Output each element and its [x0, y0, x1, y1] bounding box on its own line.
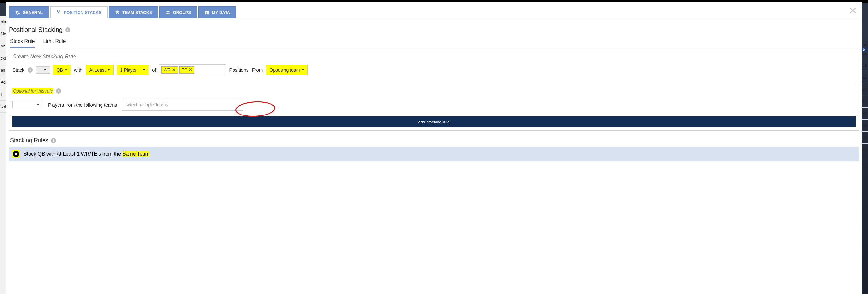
count-dd-value: 1 Player: [120, 67, 136, 72]
info-icon[interactable]: i: [65, 27, 70, 32]
of-label: of: [152, 67, 156, 72]
chevron-down-icon: [37, 104, 39, 106]
token-label: WR: [163, 67, 170, 72]
tab-team-stacks[interactable]: TEAM STACKS: [109, 6, 158, 19]
info-icon[interactable]: i: [51, 138, 56, 143]
create-rule-box: Create New Stacking Rule Stack i QB with…: [9, 49, 859, 131]
tab-position-stacks[interactable]: POSITION STACKS: [50, 6, 107, 19]
existing-rule-item: Stack QB with At Least 1 WR/TE's from th…: [9, 147, 859, 161]
chevron-down-icon: [107, 69, 110, 71]
teams-multiselect[interactable]: select multiple Teams: [122, 99, 243, 111]
count-dropdown[interactable]: 1 Player: [117, 65, 149, 75]
rules-title-text: Stacking Rules: [10, 137, 49, 144]
svg-rect-1: [59, 10, 60, 12]
svg-rect-0: [57, 10, 58, 12]
teams-mode-dropdown[interactable]: [12, 101, 43, 108]
gear-icon: [15, 10, 20, 15]
panel: Positional Stacking i Stack Rule Limit R…: [6, 19, 862, 162]
chevron-down-icon: [143, 69, 146, 71]
chevron-down-icon: [302, 69, 304, 71]
x-circle-icon: [14, 152, 18, 156]
rules-list-title: Stacking Rules i: [8, 131, 860, 147]
qb-dropdown[interactable]: QB: [53, 65, 71, 75]
info-icon[interactable]: i: [28, 67, 33, 72]
subtab-bar: Stack Rule Limit Rule: [8, 35, 860, 48]
teams-label: Players from the following teams: [48, 102, 117, 107]
rule-text-prefix: Stack QB with At Least 1 WR/TE's from th…: [24, 151, 123, 157]
tab-my-data[interactable]: MY DATA: [198, 6, 236, 19]
svg-rect-2: [58, 12, 59, 13]
optional-label: Optional for this rule: [12, 88, 54, 94]
tab-label: MY DATA: [212, 10, 230, 15]
section-title-text: Positional Stacking: [9, 26, 63, 33]
token-remove-icon[interactable]: ✕: [172, 67, 176, 72]
rule-text-highlight: Same Team: [123, 151, 150, 157]
tab-general[interactable]: GENERAL: [9, 6, 49, 19]
position-token-wr: WR✕: [161, 66, 178, 73]
tab-bar: GENERAL POSITION STACKS TEAM STACKS GROU…: [6, 2, 862, 19]
divider: [12, 83, 856, 84]
add-stacking-rule-button[interactable]: add stacking rule: [12, 117, 856, 127]
stack-primary-dropdown[interactable]: [36, 66, 50, 73]
modal: GENERAL POSITION STACKS TEAM STACKS GROU…: [6, 2, 862, 294]
position-token-te: TE✕: [180, 66, 194, 73]
close-button[interactable]: [848, 6, 857, 15]
team-scope-dropdown[interactable]: Opposing team: [266, 65, 308, 75]
section-title: Positional Stacking i: [8, 23, 860, 35]
layers-icon: [115, 10, 120, 15]
people-icon: [165, 10, 170, 15]
teams-row: Players from the following teams select …: [12, 99, 856, 117]
close-icon: [848, 6, 857, 15]
stack-label: Stack: [12, 67, 25, 72]
chevron-down-icon: [44, 69, 46, 71]
token-label: TE: [182, 67, 187, 72]
tab-label: TEAM STACKS: [123, 10, 152, 15]
subtab-stack-rule[interactable]: Stack Rule: [10, 37, 35, 48]
from-label: From: [252, 67, 263, 72]
atleast-dropdown[interactable]: At Least: [86, 65, 113, 75]
tab-label: GROUPS: [173, 10, 191, 15]
subtab-limit-rule[interactable]: Limit Rule: [43, 37, 66, 48]
rule-text: Stack QB with At Least 1 WR/TE's from th…: [24, 151, 150, 157]
positions-token-input[interactable]: WR✕ TE✕: [159, 64, 226, 75]
atleast-dd-value: At Least: [89, 67, 105, 72]
with-label: with: [74, 67, 83, 72]
info-icon[interactable]: i: [56, 89, 61, 94]
token-remove-icon[interactable]: ✕: [189, 67, 192, 72]
stacks-icon: [56, 10, 61, 15]
rule-item-highlight-wrap: [12, 150, 20, 158]
create-rule-title: Create New Stacking Rule: [12, 53, 856, 64]
qb-dd-value: QB: [57, 67, 63, 72]
add-btn-label: add stacking rule: [418, 120, 450, 124]
delete-rule-button[interactable]: [13, 151, 19, 157]
tab-label: POSITION STACKS: [64, 10, 101, 15]
tab-groups[interactable]: GROUPS: [159, 6, 197, 19]
tab-label: GENERAL: [23, 10, 43, 15]
table-icon: [204, 10, 209, 15]
rule-row-main: Stack i QB with At Least 1 Player of WR✕…: [12, 64, 856, 81]
chevron-down-icon: [65, 69, 67, 71]
team-dd-value: Opposing team: [270, 67, 300, 72]
optional-row: Optional for this rule i: [12, 88, 856, 99]
positions-label: Positions: [229, 67, 248, 72]
